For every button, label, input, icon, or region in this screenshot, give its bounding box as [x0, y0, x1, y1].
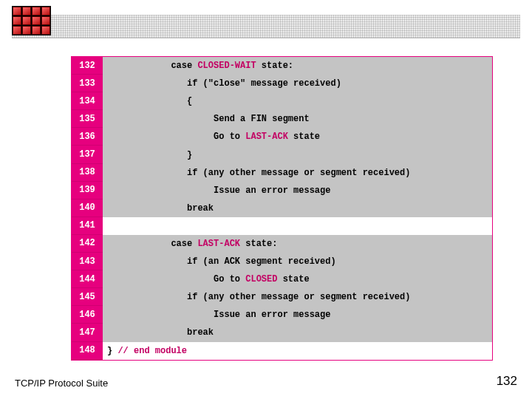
- state-keyword: LAST-ACK: [245, 132, 288, 142]
- code-row: 138 if (any other message or segment rec…: [72, 164, 492, 182]
- code-line: case CLOSED-WAIT state:: [103, 57, 492, 75]
- code-row: 139 Issue an error message: [72, 182, 492, 200]
- code-text: break: [107, 203, 214, 214]
- code-line: Issue an error message: [103, 182, 492, 200]
- code-row: 137 }: [72, 146, 492, 163]
- code-text: break: [107, 327, 214, 338]
- header-dotted-band: [12, 15, 520, 38]
- state-keyword: CLOSED: [245, 274, 277, 284]
- code-line: if ("close" message received): [103, 75, 492, 92]
- line-number: 132: [72, 57, 103, 75]
- line-number: 147: [72, 324, 103, 341]
- code-line: break: [103, 324, 492, 341]
- code-text: if ("close" message received): [107, 78, 341, 89]
- code-row: 144 Go to CLOSED state: [72, 270, 492, 288]
- code-line: [103, 217, 492, 235]
- code-text: state: [288, 132, 320, 142]
- code-row: 143 if (an ACK segment received): [72, 253, 492, 270]
- line-number: 138: [72, 164, 103, 182]
- code-row: 134 {: [72, 92, 492, 110]
- code-line: Send a FIN segment: [103, 110, 492, 128]
- code-text: Go to: [107, 132, 245, 142]
- state-keyword: LAST-ACK: [197, 239, 240, 249]
- line-number: 135: [72, 110, 103, 128]
- slide-header: [0, 0, 532, 47]
- code-line: if (any other message or segment receive…: [103, 288, 492, 306]
- line-number: 142: [72, 235, 103, 253]
- line-number: 134: [72, 92, 103, 110]
- code-text: Issue an error message: [107, 185, 330, 196]
- state-keyword: // end module: [117, 346, 187, 356]
- line-number: 144: [72, 270, 103, 288]
- code-line: {: [103, 92, 492, 110]
- code-row: 136 Go to LAST-ACK state: [72, 128, 492, 146]
- code-block: 132 case CLOSED-WAIT state:133 if ("clos…: [71, 56, 493, 361]
- code-line: } // end module: [103, 342, 492, 360]
- line-number: 139: [72, 182, 103, 200]
- code-row: 132 case CLOSED-WAIT state:: [72, 57, 492, 75]
- code-row: 135 Send a FIN segment: [72, 110, 492, 128]
- code-text: {: [107, 96, 192, 106]
- code-line: if (an ACK segment received): [103, 253, 492, 270]
- code-line: Go to CLOSED state: [103, 270, 492, 288]
- code-text: Send a FIN segment: [107, 114, 310, 124]
- code-text: [107, 221, 112, 231]
- line-number: 145: [72, 288, 103, 306]
- code-row: 142 case LAST-ACK state:: [72, 235, 492, 253]
- code-line: Go to LAST-ACK state: [103, 128, 492, 146]
- slide-footer: TCP/IP Protocol Suite 132: [15, 374, 517, 389]
- line-number: 143: [72, 253, 103, 270]
- code-text: if (any other message or segment receive…: [107, 292, 410, 302]
- page-number: 132: [497, 374, 517, 389]
- code-text: if (an ACK segment received): [107, 256, 336, 267]
- state-keyword: CLOSED-WAIT: [197, 61, 256, 71]
- line-number: 140: [72, 200, 103, 217]
- code-row: 147 break: [72, 324, 492, 341]
- line-number: 141: [72, 217, 103, 235]
- code-line: if (any other message or segment receive…: [103, 164, 492, 182]
- line-number: 133: [72, 75, 103, 92]
- code-row: 146 Issue an error message: [72, 306, 492, 324]
- line-number: 148: [72, 342, 103, 360]
- code-text: }: [107, 150, 192, 160]
- code-line: case LAST-ACK state:: [103, 235, 492, 253]
- code-row: 141: [72, 217, 492, 235]
- code-text: Go to: [107, 274, 245, 284]
- code-text: case: [107, 239, 197, 249]
- code-row: 148} // end module: [72, 342, 492, 360]
- logo-grid-icon: [12, 6, 51, 35]
- line-number: 146: [72, 306, 103, 324]
- code-text: }: [107, 346, 117, 356]
- code-text: Issue an error message: [107, 310, 330, 320]
- code-text: state:: [256, 61, 293, 71]
- code-row: 140 break: [72, 200, 492, 217]
- code-line: break: [103, 200, 492, 217]
- code-text: state: [277, 274, 309, 284]
- code-row: 133 if ("close" message received): [72, 75, 492, 92]
- line-number: 137: [72, 146, 103, 163]
- code-text: case: [107, 61, 197, 71]
- line-number: 136: [72, 128, 103, 146]
- code-text: state:: [240, 239, 277, 249]
- code-line: Issue an error message: [103, 306, 492, 324]
- code-line: }: [103, 146, 492, 163]
- code-text: if (any other message or segment receive…: [107, 168, 410, 178]
- code-row: 145 if (any other message or segment rec…: [72, 288, 492, 306]
- footer-title: TCP/IP Protocol Suite: [15, 378, 108, 389]
